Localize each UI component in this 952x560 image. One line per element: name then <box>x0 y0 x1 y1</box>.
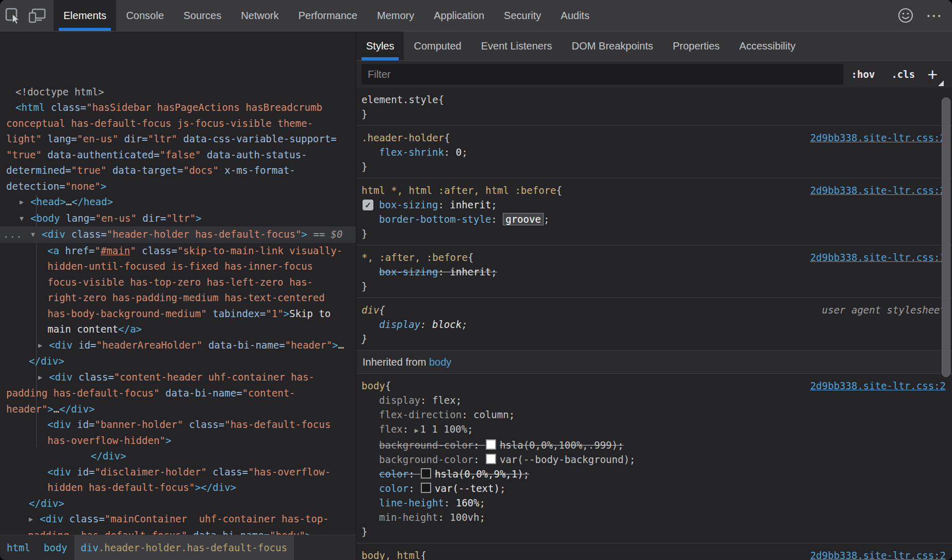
sidebar-tab-computed[interactable]: Computed <box>404 31 471 60</box>
dom-tree-node[interactable]: hidden-until-focused is-fixed has-inner-… <box>0 258 356 274</box>
feedback-smiley-icon[interactable] <box>891 0 920 31</box>
sidebar-tab-properties[interactable]: Properties <box>663 31 729 60</box>
property-name[interactable]: line-height <box>379 497 444 508</box>
dom-tree-node[interactable]: padding has-default-focus" data-bi-name=… <box>0 528 356 535</box>
property-value[interactable]: 1 1 100% <box>420 423 467 435</box>
property-value[interactable]: column <box>473 409 509 420</box>
color-swatch[interactable] <box>486 439 496 450</box>
property-name[interactable]: display <box>379 319 420 330</box>
css-declaration[interactable]: color: var(--text); <box>362 481 946 496</box>
stylesheet-link[interactable]: 2d9bb338.site-ltr.css:2 <box>810 548 946 560</box>
dom-tree-node[interactable]: ▼<body lang="en-us" dir="ltr"> <box>0 210 356 227</box>
dom-tree-node[interactable]: focus-visible has-top-zero has-left-zero… <box>0 274 356 290</box>
dom-tree-node[interactable]: <div id="disclaimer-holder" class="has-o… <box>0 464 356 480</box>
breadcrumb-item-html[interactable]: html <box>0 535 37 560</box>
new-style-rule-button[interactable]: + <box>923 67 947 82</box>
toggle-pseudo-state-button[interactable]: :hov <box>843 69 883 80</box>
property-value[interactable]: flex <box>432 394 456 406</box>
rule-selector[interactable]: .header-holder <box>362 130 444 145</box>
tab-application[interactable]: Application <box>424 0 494 31</box>
dom-tree-node[interactable]: conceptual has-default-focus js-focus-vi… <box>0 116 356 131</box>
rule-selector[interactable]: element.style <box>362 92 438 107</box>
dom-tree-node[interactable]: </div> <box>0 353 356 369</box>
property-name[interactable]: min-height <box>379 512 438 523</box>
styles-scrollbar-thumb[interactable] <box>942 97 950 377</box>
property-name[interactable]: background-color <box>379 454 473 465</box>
rule-selector[interactable]: body <box>362 378 385 393</box>
color-swatch[interactable] <box>486 454 496 464</box>
dom-tree-node[interactable]: </div> <box>0 496 356 512</box>
expand-shorthand-icon[interactable]: ▶ <box>415 426 419 434</box>
tab-audits[interactable]: Audits <box>551 0 599 31</box>
dom-tree-node[interactable]: ▶<div class="content-header uhf-containe… <box>0 369 356 386</box>
tab-network[interactable]: Network <box>231 0 288 31</box>
tab-sources[interactable]: Sources <box>174 0 231 31</box>
tab-security[interactable]: Security <box>494 0 551 31</box>
disclosure-triangle-icon[interactable]: ▶ <box>38 370 49 386</box>
property-value[interactable]: 160% <box>456 497 480 508</box>
sidebar-tab-dom-breakpoints[interactable]: DOM Breakpoints <box>562 31 663 60</box>
stylesheet-link[interactable]: 2d9bb338.site-ltr.css:2 <box>810 378 946 393</box>
styles-filter-input[interactable] <box>362 64 843 85</box>
dom-tree-node[interactable]: has-overflow-hidden"> <box>0 433 356 449</box>
dom-tree-node[interactable]: padding has-default-focus" data-bi-name=… <box>0 385 356 401</box>
dom-tree-node[interactable]: "true" data-authenticated="false" data-a… <box>0 147 356 163</box>
dom-tree-node[interactable]: </div> <box>0 448 356 464</box>
breadcrumb-item-body[interactable]: body <box>37 535 74 560</box>
css-declaration[interactable]: flex: ▶1 1 100%; <box>362 422 946 438</box>
rule-selector[interactable]: div <box>362 303 379 317</box>
rule-selector[interactable]: body, html <box>362 548 420 560</box>
dom-tree-node[interactable]: ...▼<div class="header-holder has-defaul… <box>0 226 356 243</box>
css-declaration[interactable]: background-color: hsla(0,0%,100%,.999); <box>362 438 946 452</box>
css-declaration[interactable]: flex-shrink: 0; <box>362 145 946 159</box>
css-declaration[interactable]: color: hsla(0,0%,9%,1); <box>362 467 946 481</box>
breadcrumb-item-div[interactable]: div.header-holder.has-default-focus <box>74 535 294 560</box>
property-name[interactable]: background-color <box>379 439 473 451</box>
css-declaration[interactable]: box-sizing: inherit; <box>362 265 946 279</box>
css-declaration[interactable]: line-height: 160%; <box>362 496 946 510</box>
property-value[interactable]: groove <box>503 213 544 225</box>
inherited-target-link[interactable]: body <box>429 356 451 368</box>
dom-tree-node[interactable]: <!doctype html> <box>0 84 356 100</box>
disclosure-triangle-icon[interactable]: ▼ <box>20 211 30 227</box>
property-name[interactable]: flex <box>379 423 403 435</box>
css-declaration[interactable]: border-bottom-style: groove; <box>362 212 946 226</box>
property-name[interactable]: box-sizing <box>379 199 438 210</box>
toggle-class-button[interactable]: .cls <box>883 69 923 80</box>
dom-tree-node[interactable]: main content</a> <box>0 321 356 337</box>
dom-tree-node[interactable]: hidden has-default-focus"></div> <box>0 480 356 496</box>
property-name[interactable]: color <box>379 483 408 494</box>
stylesheet-link[interactable]: 2d9bb338.site-ltr.css:2 <box>810 130 946 145</box>
property-name[interactable]: color <box>379 468 408 480</box>
tab-memory[interactable]: Memory <box>367 0 424 31</box>
disclosure-triangle-icon[interactable]: ▶ <box>38 338 49 354</box>
property-name[interactable]: display <box>379 394 420 406</box>
sidebar-tab-accessibility[interactable]: Accessibility <box>730 31 806 60</box>
property-value[interactable]: block <box>432 319 462 330</box>
property-name[interactable]: flex-shrink <box>379 146 444 158</box>
property-value[interactable]: 100vh <box>450 512 479 523</box>
dom-tree-node[interactable]: <html class="hasSidebar hasPageActions h… <box>0 100 356 116</box>
stylesheet-link[interactable]: 2d9bb338.site-ltr.css:1 <box>810 250 946 265</box>
css-declaration[interactable]: display: flex; <box>362 393 946 407</box>
property-value[interactable]: hsla(0,0%,100%,.999) <box>500 439 618 451</box>
sidebar-tab-event-listeners[interactable]: Event Listeners <box>471 31 562 60</box>
property-name[interactable]: border-bottom-style <box>379 213 491 225</box>
property-name[interactable]: flex-direction <box>379 409 462 420</box>
css-declaration[interactable]: ✓box-sizing: inherit; <box>362 197 946 212</box>
declaration-checkbox[interactable]: ✓ <box>363 200 373 210</box>
disclosure-triangle-icon[interactable]: ▼ <box>31 227 42 243</box>
property-name[interactable]: box-sizing <box>379 266 438 277</box>
dom-tree-node[interactable]: right-zero has-padding-medium has-text-c… <box>0 290 356 306</box>
dom-tree-node[interactable]: detection="none"> <box>0 178 356 194</box>
more-options-icon[interactable]: ⋯ <box>920 0 949 31</box>
property-value[interactable]: inherit <box>450 199 491 210</box>
dom-tree-node[interactable]: ▶<div class="mainContainer uhf-container… <box>0 511 356 528</box>
css-declaration[interactable]: flex-direction: column; <box>362 407 946 422</box>
dom-tree-node[interactable]: ▶<head>…</head> <box>0 194 356 210</box>
rule-selector[interactable]: html *, html :after, html :before <box>362 183 556 197</box>
dom-tree-node[interactable]: ▶<div id="headerAreaHolder" data-bi-name… <box>0 337 356 354</box>
property-value[interactable]: hsla(0,0%,9%,1) <box>435 468 523 480</box>
dom-tree-node[interactable]: determined="true" data-target="docs" x-m… <box>0 162 356 178</box>
stylesheet-link[interactable]: 2d9bb338.site-ltr.css:2 <box>810 183 946 197</box>
